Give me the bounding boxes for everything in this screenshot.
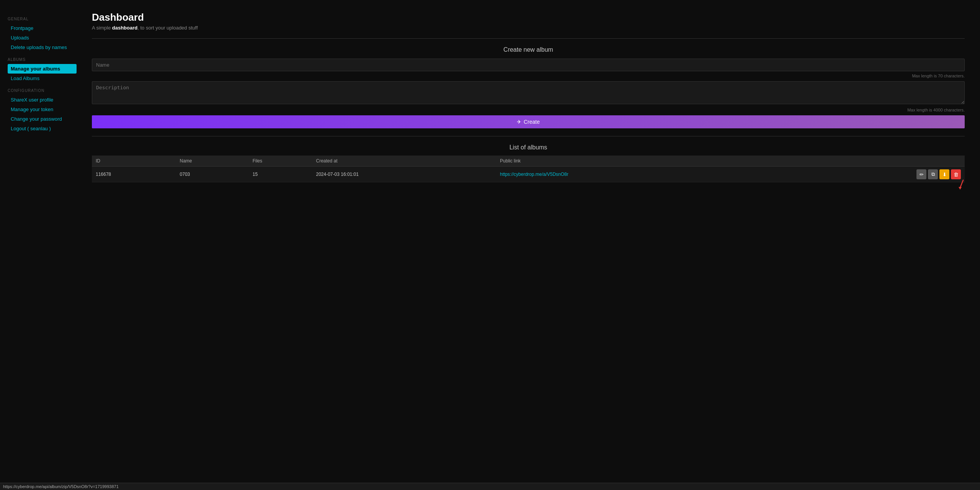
copy-icon: ⧉ — [931, 171, 935, 177]
album-name-input[interactable] — [92, 59, 965, 71]
section-divider — [92, 136, 965, 136]
delete-icon: 🗑 — [954, 172, 959, 177]
album-description-input[interactable] — [92, 81, 965, 104]
cell-created-at: 2024-07-03 16:01:01 — [312, 167, 496, 182]
create-icon: ✈ — [517, 119, 521, 125]
list-albums-title: List of albums — [92, 144, 965, 151]
download-icon: ⬇ — [942, 172, 947, 177]
table-header-row: ID Name Files Created at Public link — [92, 156, 965, 167]
action-buttons: ✏ ⧉ ⬇ 🗑 — [778, 169, 961, 179]
sidebar-item-logout[interactable]: Logout ( seanlau ) — [8, 124, 77, 133]
subtitle-bold: dashboard — [112, 25, 137, 31]
col-public-link: Public link — [496, 156, 774, 167]
sidebar-section-albums: ALBUMS Manage your albums Load Albums — [8, 57, 77, 83]
col-name: Name — [176, 156, 249, 167]
create-label: Create — [524, 119, 540, 125]
sidebar-section-configuration: CONFIGURATION ShareX user profile Manage… — [8, 88, 77, 133]
col-files: Files — [249, 156, 312, 167]
sidebar-item-frontpage[interactable]: Frontpage — [8, 23, 77, 33]
create-album-button[interactable]: ✈ Create — [92, 115, 965, 128]
svg-line-0 — [960, 180, 963, 188]
name-field-group — [92, 59, 965, 71]
description-field-group — [92, 81, 965, 105]
page-subtitle: A simple dashboard, to sort your uploade… — [92, 25, 965, 31]
description-hint: Max length is 4000 characters. — [92, 108, 965, 112]
arrow-indicator — [956, 179, 965, 190]
main-content: Dashboard A simple dashboard, to sort yo… — [77, 0, 980, 490]
cell-name: 0703 — [176, 167, 249, 182]
table-body: 116678 0703 15 2024-07-03 16:01:01 https… — [92, 167, 965, 182]
title-divider — [92, 38, 965, 39]
edit-button[interactable]: ✏ — [916, 169, 926, 179]
subtitle-suffix: , to sort your uploaded stuff — [137, 25, 198, 31]
status-bar-text: https://cyberdrop.me/api/album/zip/V5Dsn… — [3, 484, 119, 489]
sidebar-item-sharex-profile[interactable]: ShareX user profile — [8, 95, 77, 105]
sidebar-item-uploads[interactable]: Uploads — [8, 33, 77, 43]
col-created-at: Created at — [312, 156, 496, 167]
sidebar-item-delete-uploads[interactable]: Delete uploads by names — [8, 43, 77, 52]
cell-files: 15 — [249, 167, 312, 182]
public-link[interactable]: https://cyberdrop.me/a/V5DsnO8r — [500, 172, 568, 177]
albums-table: ID Name Files Created at Public link 116… — [92, 156, 965, 182]
name-hint: Max length is 70 characters. — [92, 74, 965, 78]
cell-id: 116678 — [92, 167, 176, 182]
status-bar: https://cyberdrop.me/api/album/zip/V5Dsn… — [0, 483, 980, 490]
col-actions — [774, 156, 965, 167]
cell-public-link: https://cyberdrop.me/a/V5DsnO8r — [496, 167, 774, 182]
sidebar-item-manage-token[interactable]: Manage your token — [8, 105, 77, 114]
table-row: 116678 0703 15 2024-07-03 16:01:01 https… — [92, 167, 965, 182]
copy-button[interactable]: ⧉ — [928, 169, 938, 179]
delete-button[interactable]: 🗑 — [951, 169, 961, 179]
create-album-title: Create new album — [92, 46, 965, 53]
cell-actions: ✏ ⧉ ⬇ 🗑 — [774, 167, 965, 182]
download-button[interactable]: ⬇ — [939, 169, 949, 179]
sidebar-section-label-general: GENERAL — [8, 17, 77, 21]
edit-icon: ✏ — [920, 172, 924, 177]
col-id: ID — [92, 156, 176, 167]
subtitle-prefix: A simple — [92, 25, 112, 31]
sidebar-item-change-password[interactable]: Change your password — [8, 114, 77, 124]
sidebar-item-load-albums[interactable]: Load Albums — [8, 74, 77, 83]
table-header: ID Name Files Created at Public link — [92, 156, 965, 167]
sidebar-section-label-configuration: CONFIGURATION — [8, 88, 77, 93]
sidebar: GENERAL Frontpage Uploads Delete uploads… — [0, 0, 77, 490]
page-title: Dashboard — [92, 11, 965, 23]
list-albums-section: List of albums ID Name Files Created at … — [92, 144, 965, 182]
sidebar-section-general: GENERAL Frontpage Uploads Delete uploads… — [8, 17, 77, 52]
svg-marker-1 — [959, 187, 962, 190]
sidebar-section-label-albums: ALBUMS — [8, 57, 77, 62]
create-album-section: Create new album Max length is 70 charac… — [92, 46, 965, 128]
sidebar-item-manage-albums[interactable]: Manage your albums — [8, 64, 77, 74]
